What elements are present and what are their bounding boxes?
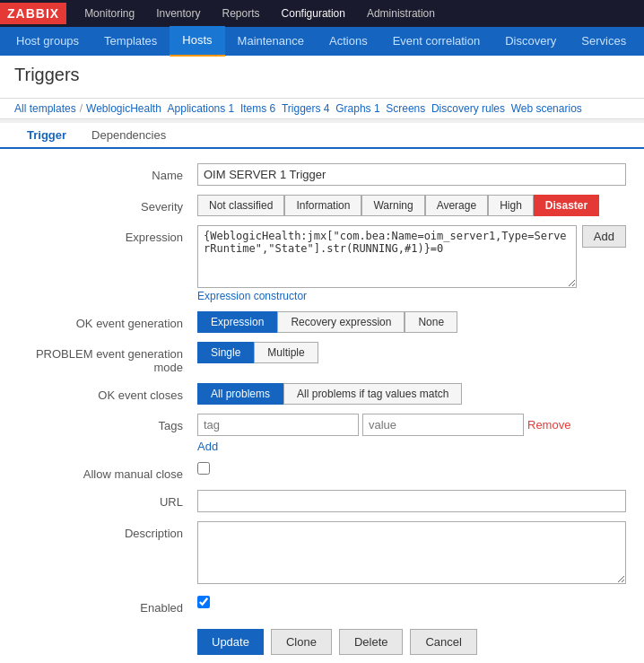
tags-row: Tags Remove Add: [18, 414, 626, 453]
tags-label: Tags: [18, 414, 197, 432]
url-input[interactable]: [197, 490, 626, 512]
ok-event-label: OK event generation: [18, 311, 197, 330]
nav-event-correlation[interactable]: Event correlation: [380, 27, 493, 56]
breadcrumb-sep1: /: [80, 102, 83, 115]
nav-hosts[interactable]: Hosts: [170, 26, 224, 57]
nav-maintenance[interactable]: Maintenance: [225, 27, 317, 56]
ok-event-none[interactable]: None: [405, 311, 457, 333]
breadcrumb: All templates / WeblogicHealth Applicati…: [0, 99, 644, 119]
sev-high[interactable]: High: [488, 195, 534, 216]
expression-textarea[interactable]: {WeblogicHealth:jmx["com.bea:Name=oim_se…: [197, 225, 577, 288]
expression-wrapper: {WeblogicHealth:jmx["com.bea:Name=oim_se…: [197, 225, 626, 288]
page-header: Triggers: [0, 56, 644, 99]
enabled-row: Enabled: [18, 596, 626, 615]
enabled-field: [197, 596, 626, 611]
tab-trigger[interactable]: Trigger: [14, 123, 79, 149]
breadcrumb-weblogic-health[interactable]: WeblogicHealth: [86, 102, 161, 115]
remove-tag-link[interactable]: Remove: [527, 418, 570, 432]
description-field: [197, 521, 626, 587]
clone-button[interactable]: Clone: [271, 629, 332, 655]
ok-closes-row: OK event closes All problems All problem…: [18, 383, 626, 405]
allow-manual-label: Allow manual close: [18, 462, 197, 481]
problem-mode-field: Single Multiple: [197, 342, 626, 363]
nav-discovery[interactable]: Discovery: [492, 27, 569, 56]
form-tabs: Trigger Dependencies: [0, 123, 644, 149]
top-nav-items: Monitoring Inventory Reports Configurati…: [74, 0, 446, 27]
ok-closes-group: All problems All problems if tag values …: [197, 383, 626, 405]
problem-mode-group: Single Multiple: [197, 342, 626, 363]
add-tag-link[interactable]: Add: [197, 440, 218, 453]
nav-host-groups[interactable]: Host groups: [4, 27, 91, 56]
zabbix-logo: ZABBIX: [0, 3, 66, 24]
problem-mode-row: PROBLEM event generation mode Single Mul…: [18, 342, 626, 374]
breadcrumb-all-templates[interactable]: All templates: [14, 102, 76, 115]
breadcrumb-discovery-rules[interactable]: Discovery rules: [431, 102, 505, 115]
allow-manual-checkbox[interactable]: [197, 462, 210, 475]
description-row: Description: [18, 521, 626, 587]
tag-input[interactable]: [197, 414, 359, 436]
breadcrumb-screens[interactable]: Screens: [386, 102, 425, 115]
form-buttons: Update Clone Delete Cancel: [18, 629, 626, 655]
severity-label: Severity: [18, 195, 197, 214]
ok-closes-label: OK event closes: [18, 383, 197, 402]
nav-templates[interactable]: Templates: [91, 27, 170, 56]
expression-row: Expression {WeblogicHealth:jmx["com.bea:…: [18, 225, 626, 302]
top-navigation: ZABBIX Monitoring Inventory Reports Conf…: [0, 0, 644, 27]
ok-event-recovery[interactable]: Recovery expression: [277, 311, 405, 333]
sev-warning[interactable]: Warning: [361, 195, 424, 216]
enabled-checkbox[interactable]: [197, 596, 210, 608]
value-input[interactable]: [362, 414, 524, 436]
tags-field: Remove Add: [197, 414, 626, 453]
severity-row: Severity Not classified Information Warn…: [18, 195, 626, 216]
page-title: Triggers: [14, 65, 630, 85]
ok-closes-field: All problems All problems if tag values …: [197, 383, 626, 405]
description-label: Description: [18, 521, 197, 540]
ok-event-row: OK event generation Expression Recovery …: [18, 311, 626, 333]
sev-not-classified[interactable]: Not classified: [197, 195, 284, 216]
cancel-button[interactable]: Cancel: [410, 629, 476, 655]
problem-mode-multiple[interactable]: Multiple: [254, 342, 318, 363]
nav-actions[interactable]: Actions: [317, 27, 380, 56]
tab-dependencies[interactable]: Dependencies: [79, 123, 178, 149]
url-field: [197, 490, 626, 512]
nav-reports[interactable]: Reports: [212, 0, 271, 27]
expression-field: {WeblogicHealth:jmx["com.bea:Name=oim_se…: [197, 225, 626, 302]
tags-input-row: Remove: [197, 414, 626, 436]
name-label: Name: [18, 163, 197, 182]
expression-label: Expression: [18, 225, 197, 244]
name-input[interactable]: [197, 163, 626, 186]
delete-button[interactable]: Delete: [339, 629, 404, 655]
breadcrumb-web-scenarios[interactable]: Web scenarios: [511, 102, 582, 115]
breadcrumb-graphs[interactable]: Graphs 1: [335, 102, 379, 115]
ok-closes-all-problems[interactable]: All problems: [197, 383, 283, 405]
breadcrumb-triggers[interactable]: Triggers 4: [282, 102, 330, 115]
expression-add-button[interactable]: Add: [582, 225, 626, 248]
url-row: URL: [18, 490, 626, 512]
nav-administration[interactable]: Administration: [356, 0, 446, 27]
severity-group: Not classified Information Warning Avera…: [197, 195, 626, 216]
severity-field: Not classified Information Warning Avera…: [197, 195, 626, 216]
breadcrumb-applications[interactable]: Applications 1: [168, 102, 235, 115]
sev-information[interactable]: Information: [284, 195, 361, 216]
update-button[interactable]: Update: [197, 629, 264, 655]
enabled-label: Enabled: [18, 596, 197, 615]
ok-event-expression[interactable]: Expression: [197, 311, 277, 333]
nav-configuration[interactable]: Configuration: [271, 0, 356, 27]
description-textarea[interactable]: [197, 521, 626, 584]
expression-constructor-link[interactable]: Expression constructor: [197, 290, 307, 302]
allow-manual-field: [197, 462, 626, 477]
ok-closes-tag-match[interactable]: All problems if tag values match: [283, 383, 462, 405]
ok-event-group: Expression Recovery expression None: [197, 311, 626, 333]
sev-disaster[interactable]: Disaster: [534, 195, 599, 216]
second-navigation: Host groups Templates Hosts Maintenance …: [0, 27, 644, 56]
name-row: Name: [18, 163, 626, 186]
nav-monitoring[interactable]: Monitoring: [74, 0, 145, 27]
ok-event-field: Expression Recovery expression None: [197, 311, 626, 333]
nav-services[interactable]: Services: [569, 27, 639, 56]
problem-mode-single[interactable]: Single: [197, 342, 254, 363]
problem-mode-label: PROBLEM event generation mode: [18, 342, 197, 374]
sev-average[interactable]: Average: [425, 195, 488, 216]
url-label: URL: [18, 490, 197, 509]
breadcrumb-items[interactable]: Items 6: [240, 102, 275, 115]
nav-inventory[interactable]: Inventory: [145, 0, 211, 27]
